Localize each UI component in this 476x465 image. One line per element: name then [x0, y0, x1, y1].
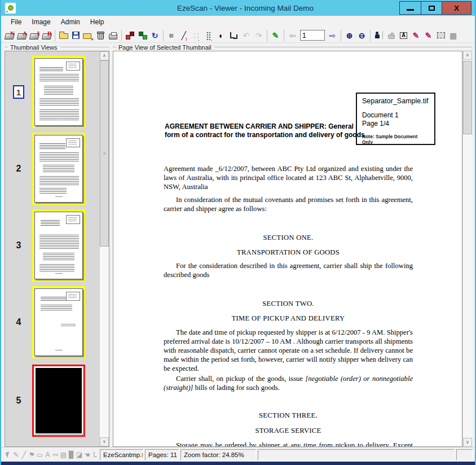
thumbnail-page-3[interactable]	[32, 209, 85, 282]
status-bar: ✎╱⚑▭A∾▤▉◪☚L EzeScantmp.tif Pages: 11 Zoo…	[1, 447, 475, 462]
status-filename: EzeScantmp.tif	[100, 449, 143, 460]
section-heading: SECTION THREE.	[164, 411, 413, 420]
menu-help[interactable]: Help	[85, 17, 109, 27]
noise-pattern-icon[interactable]: ▩	[447, 29, 459, 42]
fill-block-tool-icon[interactable]: ▉	[68, 451, 75, 458]
stamp-icon[interactable]	[385, 29, 397, 42]
pointer-tool-icon[interactable]	[5, 452, 12, 458]
redo-icon[interactable]: ↷	[253, 29, 265, 42]
zoom-out-icon[interactable]: ⊖	[356, 29, 368, 42]
remove-lines-icon[interactable]: ╱!	[178, 29, 190, 42]
thumbnail-row: 1	[5, 55, 99, 129]
delete-file-icon[interactable]: ×	[82, 29, 94, 42]
document-scrollbar[interactable]: ∧ ∨	[462, 51, 472, 447]
thumbnail-number-3: 3	[16, 240, 21, 251]
thumbnail-number-5: 5	[16, 396, 21, 406]
scan-new-icon[interactable]: N	[3, 29, 15, 42]
app-window: EzeScan - Viewer - Incoming Mail Demo X …	[0, 0, 476, 465]
window-controls: X	[399, 1, 471, 15]
crop-borders-icon[interactable]	[228, 29, 240, 42]
menu-bar: FileImageAdminHelp	[1, 16, 475, 28]
thumbnail-row: 4	[5, 286, 99, 359]
despeckle-light-icon[interactable]: ∷.	[191, 29, 202, 42]
grab-tool-icon[interactable]: ☚	[83, 451, 91, 458]
flag-tool-icon[interactable]: ⚑	[28, 451, 36, 458]
toolbar: NAIR×↻≡╱!∷.⣿.◐↶↷✎⇦⇨⊕⊖A✎✎▩	[1, 28, 475, 43]
scan-replace-icon[interactable]: R	[41, 29, 52, 42]
separator-page-line: Page 1/4	[362, 120, 429, 128]
stamp-tool-icon[interactable]: ▤	[60, 451, 67, 458]
scan-insert-icon[interactable]: I	[28, 29, 40, 42]
thumbnail-page-5[interactable]	[32, 365, 85, 437]
page-number-input[interactable]	[300, 30, 325, 41]
scroll-down-icon[interactable]: ∨	[100, 437, 109, 446]
thumbnail-number-col: 4	[5, 317, 32, 327]
separator-doc-line: Document 1	[362, 111, 429, 120]
thumbnail-scroll-track[interactable]: ≡	[100, 60, 109, 437]
despeckle-heavy-icon[interactable]: ⣿.	[203, 29, 215, 42]
corner-block-tool-icon[interactable]: ◪	[76, 451, 83, 458]
document-scroll-track[interactable]	[463, 60, 472, 438]
text-annotation-icon[interactable]: A	[398, 29, 409, 42]
scroll-up-icon[interactable]: ∧	[463, 51, 472, 60]
paragraph: Agreement made _6/12/2007, between ABC P…	[164, 164, 413, 191]
minimize-button[interactable]	[400, 2, 421, 14]
undo-icon[interactable]: ↶	[240, 29, 252, 42]
highlighter-icon[interactable]: ✎	[270, 29, 281, 42]
marker-pen-1-icon[interactable]: ✎	[410, 29, 422, 42]
maximize-icon	[429, 6, 435, 11]
rotate-page-icon[interactable]: ↻	[149, 29, 161, 42]
content-area: Thumbnail Views 12345 ∧ ≡ ∨ Page View of…	[1, 43, 475, 447]
toolbar-separator	[341, 30, 341, 41]
annotation-tools: ✎╱⚑▭A∾▤▉◪☚L	[3, 451, 100, 458]
scroll-up-icon[interactable]: ∧	[100, 51, 109, 60]
l-tool-icon[interactable]: L	[91, 451, 99, 458]
scroll-down-icon[interactable]: ∨	[463, 438, 472, 447]
deskew-icon[interactable]: ≡	[166, 29, 178, 42]
document-page[interactable]: Separator_Sample.tif Document 1 Page 1/4…	[113, 51, 462, 447]
invert-icon[interactable]: ◐	[215, 29, 227, 42]
close-button[interactable]: X	[442, 2, 471, 14]
thumbnail-number-4: 4	[16, 317, 21, 327]
title-bar: EzeScan - Viewer - Incoming Mail Demo X	[1, 0, 475, 16]
menu-image[interactable]: Image	[27, 17, 55, 27]
section-subheading: STORAGE SERVICE	[164, 427, 413, 435]
previous-page-icon[interactable]: ⇦	[287, 29, 298, 42]
next-page-icon[interactable]: ⇨	[327, 29, 338, 42]
rectangle-tool-icon[interactable]: ▭	[36, 451, 43, 458]
maximize-button[interactable]	[421, 2, 442, 14]
thumbnail-number-col: 3	[5, 240, 32, 251]
thumbnail-preview	[34, 212, 83, 279]
menu-file[interactable]: File	[6, 17, 27, 27]
open-file-icon[interactable]	[58, 29, 69, 42]
document-scroll-thumb[interactable]	[463, 61, 472, 134]
thumbnail-row: 2	[5, 132, 99, 205]
print-icon[interactable]	[107, 29, 119, 42]
save-file-icon[interactable]	[70, 29, 82, 42]
thumbnail-page-2[interactable]	[32, 133, 85, 205]
select-region-icon[interactable]	[435, 29, 447, 42]
scribble-tool-icon[interactable]: ∾	[52, 451, 59, 458]
redact-user-icon[interactable]	[373, 29, 385, 42]
line-tool-icon[interactable]: ╱	[20, 451, 28, 458]
section-heading: SECTION ONE.	[164, 234, 413, 242]
thumbnail-row: 5	[5, 364, 99, 437]
toolbar-separator	[267, 30, 267, 41]
pen-tool-icon[interactable]: ✎	[12, 451, 20, 458]
marker-pen-2-icon[interactable]: ✎	[422, 29, 434, 42]
thumbnail-scrollbar[interactable]: ∧ ≡ ∨	[99, 51, 109, 446]
move-page-left-icon[interactable]	[124, 29, 136, 42]
zoom-in-icon[interactable]: ⊕	[343, 29, 355, 42]
thumbnail-preview	[34, 58, 83, 126]
thumbnail-page-4[interactable]	[32, 286, 85, 358]
text-tool-icon[interactable]: A	[44, 451, 51, 458]
move-page-right-icon[interactable]	[136, 29, 148, 42]
scan-append-icon[interactable]: A	[16, 29, 28, 42]
separator-note: Note: Sample Document Only	[362, 134, 429, 145]
thumbnail-page-1[interactable]	[32, 56, 85, 128]
menu-admin[interactable]: Admin	[56, 17, 85, 27]
toolbar-separator	[284, 30, 284, 41]
thumbnail-list: 12345	[5, 51, 99, 446]
delete-page-icon[interactable]	[95, 29, 107, 42]
thumbnail-scroll-thumb[interactable]: ≡	[100, 60, 109, 247]
